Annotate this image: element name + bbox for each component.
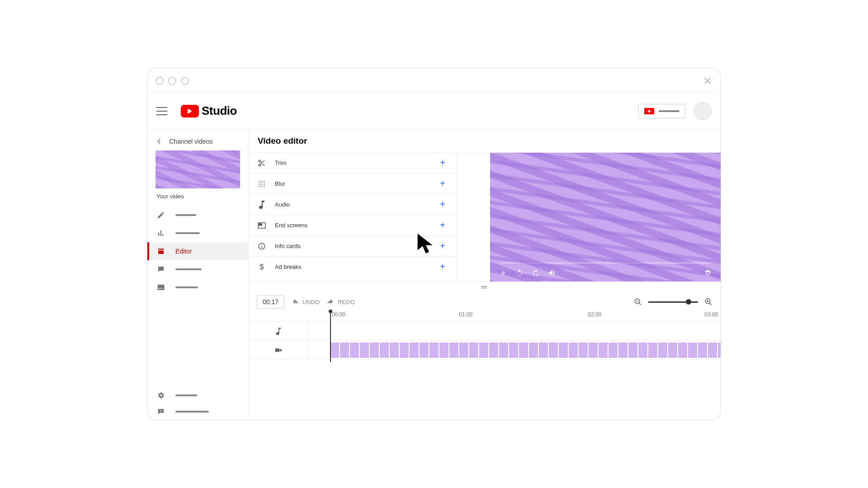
add-audio-button[interactable]: + — [437, 199, 448, 210]
zoom-slider-knob[interactable] — [686, 299, 691, 305]
camera-icon — [249, 341, 308, 359]
nav-label-placeholder — [175, 214, 196, 216]
nav-label-placeholder — [175, 268, 202, 270]
editor-icon — [156, 247, 165, 256]
feedback-icon — [156, 407, 165, 416]
sidebar-item-subtitles[interactable] — [147, 278, 248, 296]
zoom-slider[interactable] — [648, 301, 698, 303]
preview-controls — [499, 269, 712, 277]
svg-point-21 — [264, 184, 265, 185]
dollar-icon: $ — [257, 262, 267, 272]
timeline-ruler[interactable]: 00:00 01:00 02:00 03:00 — [330, 310, 721, 321]
gear-icon[interactable] — [703, 269, 712, 277]
svg-point-15 — [260, 183, 261, 183]
audio-track-row[interactable] — [249, 322, 721, 341]
redo-button[interactable]: REDO — [327, 299, 355, 305]
preview-progress-bar[interactable] — [500, 263, 711, 263]
tool-blur[interactable]: Blur + — [249, 174, 456, 194]
undo-icon — [292, 299, 300, 305]
nav-label-placeholder — [175, 232, 200, 234]
app-window: Studio Channel videos Your video — [147, 68, 721, 420]
add-ad-break-button[interactable]: + — [437, 262, 448, 272]
time-mark: 02:00 — [588, 311, 601, 318]
svg-rect-2 — [162, 234, 163, 236]
video-preview[interactable] — [490, 153, 721, 282]
current-time-display[interactable]: 00:17 — [257, 295, 284, 309]
artwork-icon — [156, 150, 240, 188]
sidebar-item-comments[interactable] — [147, 260, 248, 278]
window-dot-icon[interactable] — [168, 77, 176, 85]
add-trim-button[interactable]: + — [437, 158, 448, 168]
close-icon[interactable] — [703, 76, 712, 86]
back-label: Channel videos — [169, 138, 213, 145]
avatar[interactable] — [693, 102, 712, 120]
tool-label: Blur — [275, 180, 285, 187]
zoom-out-icon[interactable] — [634, 298, 642, 306]
tool-label: Info cards — [275, 243, 301, 249]
svg-point-12 — [262, 181, 263, 182]
svg-point-25 — [264, 186, 265, 187]
timeline-playhead[interactable] — [330, 311, 331, 362]
redo-icon — [327, 299, 335, 305]
end-screen-icon — [257, 221, 267, 230]
pencil-icon — [156, 211, 165, 220]
scissors-icon — [257, 158, 267, 168]
add-info-card-button[interactable]: + — [437, 241, 448, 251]
subtitles-icon — [156, 283, 165, 292]
tool-audio[interactable]: Audio + — [249, 194, 456, 215]
video-thumbnail[interactable] — [156, 150, 240, 188]
back-to-channel-videos[interactable]: Channel videos — [147, 134, 248, 150]
volume-icon[interactable] — [548, 269, 556, 277]
blur-icon — [257, 179, 267, 189]
add-blur-button[interactable]: + — [437, 178, 448, 189]
create-button[interactable] — [638, 104, 685, 118]
drag-handle-icon[interactable]: ═ — [249, 282, 721, 292]
forward-icon[interactable] — [532, 269, 540, 277]
svg-rect-5 — [161, 288, 163, 289]
replay-icon[interactable] — [515, 269, 524, 277]
play-icon[interactable] — [499, 269, 507, 277]
nav-label-placeholder — [175, 411, 209, 413]
sidebar-item-analytics[interactable] — [147, 224, 248, 242]
undo-button[interactable]: UNDO — [292, 299, 320, 305]
svg-point-13 — [264, 181, 265, 182]
time-mark: 00:00 — [332, 311, 345, 318]
hamburger-icon[interactable] — [156, 107, 167, 115]
svg-point-18 — [259, 184, 259, 185]
sidebar-item-settings[interactable] — [147, 387, 248, 404]
tool-label: End screens — [275, 222, 307, 229]
redo-label: REDO — [338, 299, 355, 305]
nav-label-placeholder — [175, 286, 198, 288]
tool-ad-breaks[interactable]: $ Ad breaks + — [249, 257, 456, 277]
studio-logo[interactable]: Studio — [181, 104, 237, 118]
svg-point-22 — [259, 186, 259, 187]
time-mark: 03:00 — [704, 311, 718, 318]
sidebar-item-details[interactable] — [147, 206, 248, 224]
play-logo-icon — [181, 105, 199, 117]
time-mark: 01:00 — [459, 311, 472, 318]
svg-point-19 — [260, 184, 261, 185]
svg-point-11 — [260, 181, 261, 182]
tool-label: Ad breaks — [275, 263, 302, 270]
tool-trim[interactable]: Trim + — [249, 153, 456, 174]
brand-name: Studio — [202, 104, 237, 118]
gear-icon — [156, 391, 165, 400]
mouse-cursor-icon — [416, 232, 436, 255]
your-video-label: Your video — [147, 193, 248, 206]
sidebar-item-editor[interactable]: Editor — [147, 242, 248, 260]
comments-icon — [156, 265, 165, 274]
sidebar-item-feedback[interactable] — [147, 404, 248, 420]
svg-rect-3 — [158, 285, 165, 290]
window-dot-icon[interactable] — [156, 77, 164, 85]
window-dot-icon[interactable] — [181, 77, 189, 85]
camera-plus-icon — [644, 108, 654, 114]
svg-rect-6 — [160, 410, 161, 411]
video-track-row[interactable] — [249, 341, 721, 360]
top-nav: Studio — [147, 94, 721, 129]
svg-point-20 — [262, 184, 263, 185]
video-clip[interactable] — [330, 343, 721, 358]
svg-point-8 — [259, 160, 261, 162]
svg-rect-7 — [160, 412, 161, 413]
add-end-screen-button[interactable]: + — [437, 220, 448, 230]
zoom-in-icon[interactable] — [704, 298, 712, 306]
